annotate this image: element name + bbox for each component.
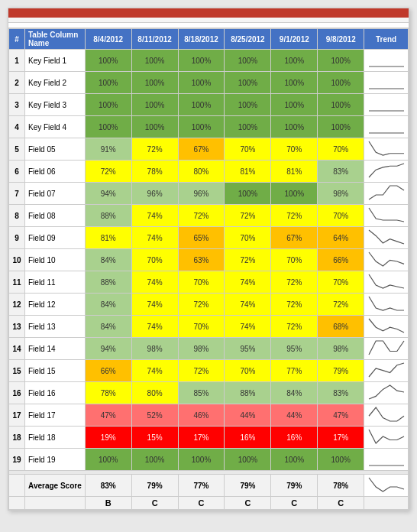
cell-5-3: 81% [225, 161, 271, 183]
table-row: 5Field 0591%72%67%70%70%70% [9, 138, 409, 161]
subtitle [8, 18, 409, 23]
cell-0-5: 100% [318, 50, 364, 72]
row-num-14: 15 [9, 360, 25, 382]
data-table: # Table Column Name 8/4/2012 8/11/2012 8… [8, 28, 409, 510]
trend-8 [364, 227, 409, 249]
cell-15-4: 84% [271, 382, 318, 404]
cell-1-5: 100% [318, 72, 364, 94]
cell-13-3: 95% [225, 338, 271, 360]
cell-9-1: 70% [131, 249, 178, 271]
cell-16-1: 52% [131, 404, 178, 427]
cell-17-5: 17% [318, 427, 364, 449]
avg-val-4: 79% [271, 475, 318, 497]
avg-val-1: 79% [131, 475, 178, 497]
cell-7-3: 72% [225, 205, 271, 227]
cell-15-0: 78% [85, 382, 131, 404]
table-row: 2Key Field 2100%100%100%100%100%100% [9, 72, 409, 94]
cell-4-4: 70% [271, 138, 318, 161]
cell-3-2: 100% [178, 116, 225, 138]
cell-14-2: 72% [178, 360, 225, 382]
row-name-16: Field 17 [25, 404, 86, 427]
row-name-1: Key Field 2 [25, 72, 86, 94]
cell-16-5: 47% [318, 404, 364, 427]
cell-14-0: 66% [85, 360, 131, 382]
trend-13 [364, 338, 409, 360]
cell-0-4: 100% [271, 50, 318, 72]
trend-14 [364, 360, 409, 382]
cell-5-4: 81% [271, 161, 318, 183]
average-row: Average Score 83% 79% 77% 79% 79% 78% [9, 475, 409, 497]
trend-12 [364, 316, 409, 338]
main-container: # Table Column Name 8/4/2012 8/11/2012 8… [8, 8, 409, 511]
grade-5: C [318, 497, 364, 510]
trend-11 [364, 294, 409, 316]
cell-4-3: 70% [225, 138, 271, 161]
cell-5-5: 83% [318, 161, 364, 183]
cell-13-5: 98% [318, 338, 364, 360]
cell-10-0: 88% [85, 271, 131, 294]
row-num-18: 19 [9, 449, 25, 471]
row-name-11: Field 12 [25, 294, 86, 316]
cell-16-4: 44% [271, 404, 318, 427]
table-row: 4Key Field 4100%100%100%100%100%100% [9, 116, 409, 138]
cell-4-2: 67% [178, 138, 225, 161]
grade-1: C [131, 497, 178, 510]
grade-4: C [271, 497, 318, 510]
table-row: 10Field 1084%70%63%72%70%66% [9, 249, 409, 271]
cell-2-4: 100% [271, 94, 318, 116]
cell-1-4: 100% [271, 72, 318, 94]
cell-9-3: 72% [225, 249, 271, 271]
trend-7 [364, 205, 409, 227]
table-row: 11Field 1188%74%70%74%72%70% [9, 271, 409, 294]
cell-3-4: 100% [271, 116, 318, 138]
cell-11-1: 74% [131, 294, 178, 316]
cell-0-3: 100% [225, 50, 271, 72]
row-name-14: Field 15 [25, 360, 86, 382]
cell-0-0: 100% [85, 50, 131, 72]
avg-val-0: 83% [85, 475, 131, 497]
cell-15-3: 88% [225, 382, 271, 404]
cell-13-1: 98% [131, 338, 178, 360]
cell-9-4: 70% [271, 249, 318, 271]
row-num-12: 13 [9, 316, 25, 338]
table-row: 8Field 0888%74%72%72%72%70% [9, 205, 409, 227]
cell-18-2: 100% [178, 449, 225, 471]
cell-1-1: 100% [131, 72, 178, 94]
avg-val-5: 78% [318, 475, 364, 497]
cell-5-0: 72% [85, 161, 131, 183]
trend-3 [364, 116, 409, 138]
cell-18-5: 100% [318, 449, 364, 471]
cell-3-5: 100% [318, 116, 364, 138]
row-name-4: Field 05 [25, 138, 86, 161]
row-name-17: Field 18 [25, 427, 86, 449]
row-num-13: 14 [9, 338, 25, 360]
cell-4-1: 72% [131, 138, 178, 161]
avg-label: Average Score [25, 475, 86, 497]
cell-18-4: 100% [271, 449, 318, 471]
cell-10-2: 70% [178, 271, 225, 294]
cell-0-2: 100% [178, 50, 225, 72]
cell-12-0: 84% [85, 316, 131, 338]
cell-9-5: 66% [318, 249, 364, 271]
table-row: 6Field 0672%78%80%81%81%83% [9, 161, 409, 183]
cell-10-1: 74% [131, 271, 178, 294]
cell-16-3: 44% [225, 404, 271, 427]
row-num-3: 4 [9, 116, 25, 138]
cell-14-4: 77% [271, 360, 318, 382]
cell-16-0: 47% [85, 404, 131, 427]
cell-11-2: 72% [178, 294, 225, 316]
row-num-2: 3 [9, 94, 25, 116]
cell-18-3: 100% [225, 449, 271, 471]
table-row: 9Field 0981%74%65%70%67%64% [9, 227, 409, 249]
cell-15-2: 85% [178, 382, 225, 404]
row-name-6: Field 07 [25, 183, 86, 205]
cell-14-3: 70% [225, 360, 271, 382]
table-row: 19Field 19100%100%100%100%100%100% [9, 449, 409, 471]
avg-trend [364, 475, 409, 497]
row-name-3: Key Field 4 [25, 116, 86, 138]
row-name-18: Field 19 [25, 449, 86, 471]
cell-12-2: 70% [178, 316, 225, 338]
cell-6-3: 100% [225, 183, 271, 205]
row-name-8: Field 09 [25, 227, 86, 249]
cell-11-4: 72% [271, 294, 318, 316]
